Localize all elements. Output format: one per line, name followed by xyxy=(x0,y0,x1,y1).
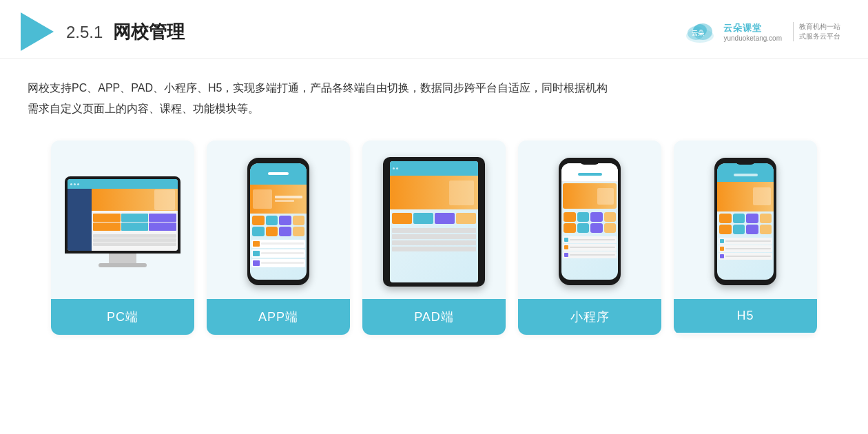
card-app-image xyxy=(207,141,350,299)
card-pad-label: PAD端 xyxy=(362,299,506,335)
card-h5: H5 xyxy=(674,141,817,335)
svg-text:云朵: 云朵 xyxy=(692,30,705,37)
brand-logo: 云朵 云朵课堂 yunduoketang.com 教育机构一站式服务云平台 xyxy=(682,18,840,45)
card-pad: PAD端 xyxy=(362,141,506,335)
phone-mockup-h5 xyxy=(714,158,776,285)
monitor-mockup xyxy=(65,176,180,267)
logo-triangle-icon xyxy=(21,12,54,51)
description: 网校支持PC、APP、PAD、小程序、H5，实现多端打通，产品各终端自由切换，数… xyxy=(0,59,868,134)
brand-text: 云朵课堂 yunduoketang.com xyxy=(723,22,782,42)
tablet-mockup xyxy=(383,157,485,287)
card-miniprogram-image xyxy=(518,141,661,299)
card-miniprogram: 小程序 xyxy=(518,141,661,335)
card-h5-label: H5 xyxy=(674,299,817,333)
brand-slogan: 教育机构一站式服务云平台 xyxy=(793,22,840,41)
page-header: 2.5.1 网校管理 云朵 云朵课堂 yunduoketang.com 教育机构… xyxy=(0,0,868,59)
card-pc: PC端 xyxy=(51,141,194,335)
cloud-icon: 云朵 xyxy=(682,18,718,45)
phone-mockup-app xyxy=(247,158,309,285)
phone-mockup-mp xyxy=(559,158,621,285)
card-app: APP端 xyxy=(207,141,350,335)
page-title: 2.5.1 网校管理 xyxy=(66,20,185,44)
card-h5-image xyxy=(674,141,817,299)
card-miniprogram-label: 小程序 xyxy=(518,299,661,335)
cards-container: PC端 xyxy=(0,134,868,349)
card-pad-image xyxy=(362,141,506,299)
card-pc-label: PC端 xyxy=(51,299,194,335)
header-left: 2.5.1 网校管理 xyxy=(21,12,185,51)
card-pc-image xyxy=(51,141,194,299)
card-app-label: APP端 xyxy=(207,299,350,335)
